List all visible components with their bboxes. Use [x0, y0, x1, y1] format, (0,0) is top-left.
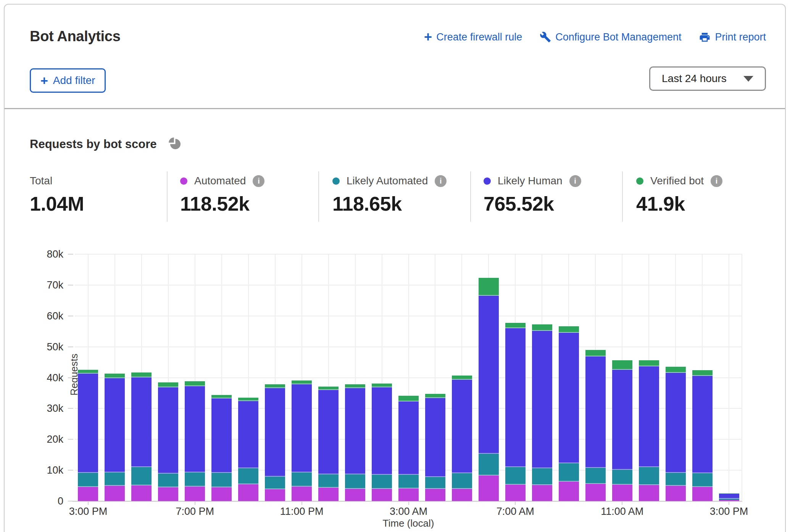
bar-segment-verified-bot[interactable]	[105, 374, 125, 378]
bar-segment-verified-bot[interactable]	[345, 384, 365, 388]
bar-4-00-pm[interactable]	[105, 374, 125, 501]
bar-segment-likely-automated[interactable]	[425, 477, 445, 489]
bar-segment-likely-automated[interactable]	[318, 474, 339, 488]
bar-segment-likely-human[interactable]	[345, 388, 365, 474]
bar-segment-likely-human[interactable]	[238, 401, 258, 468]
bar-segment-automated[interactable]	[292, 487, 312, 501]
bar-segment-automated[interactable]	[372, 489, 392, 501]
info-icon[interactable]: i	[435, 175, 447, 187]
bar-segment-likely-automated[interactable]	[505, 467, 526, 485]
bar-1-00-am[interactable]	[345, 384, 365, 501]
bar-2-00-pm[interactable]	[692, 370, 713, 501]
bar-segment-verified-bot[interactable]	[292, 380, 312, 385]
bar-segment-automated[interactable]	[131, 485, 152, 501]
bar-segment-likely-automated[interactable]	[639, 467, 659, 485]
bar-segment-automated[interactable]	[318, 488, 339, 501]
bar-segment-automated[interactable]	[238, 484, 258, 501]
bar-segment-verified-bot[interactable]	[559, 326, 579, 333]
bar-segment-likely-human[interactable]	[639, 366, 659, 467]
bar-2-00-am[interactable]	[372, 384, 392, 501]
bar-segment-likely-human[interactable]	[372, 387, 392, 475]
bar-segment-verified-bot[interactable]	[78, 370, 98, 374]
bar-segment-likely-automated[interactable]	[211, 473, 232, 487]
bar-segment-likely-human[interactable]	[158, 387, 178, 474]
bar-segment-verified-bot[interactable]	[639, 360, 659, 366]
bar-segment-automated[interactable]	[78, 487, 98, 501]
bar-segment-likely-automated[interactable]	[612, 470, 632, 485]
bar-segment-automated[interactable]	[612, 485, 632, 501]
bar-segment-likely-human[interactable]	[265, 388, 285, 477]
bar-segment-likely-automated[interactable]	[265, 477, 285, 489]
bar-segment-automated[interactable]	[639, 485, 659, 501]
configure-bot-management-link[interactable]: Configure Bot Management	[540, 31, 681, 43]
bar-segment-automated[interactable]	[479, 476, 499, 501]
bar-segment-likely-human[interactable]	[666, 373, 686, 473]
bar-segment-likely-automated[interactable]	[479, 454, 499, 476]
info-icon[interactable]: i	[569, 175, 581, 187]
bar-11-00-am[interactable]	[612, 360, 632, 501]
bar-segment-automated[interactable]	[211, 487, 232, 501]
bar-segment-automated[interactable]	[425, 489, 445, 501]
bar-9-00-am[interactable]	[559, 326, 579, 501]
bar-11-00-pm[interactable]	[292, 380, 312, 501]
bar-segment-likely-human[interactable]	[719, 494, 739, 499]
bar-segment-likely-automated[interactable]	[238, 468, 258, 484]
bar-segment-likely-human[interactable]	[692, 376, 713, 473]
bar-segment-verified-bot[interactable]	[131, 372, 152, 377]
bar-segment-likely-automated[interactable]	[345, 474, 365, 489]
bar-segment-likely-human[interactable]	[185, 386, 205, 472]
bar-9-00-pm[interactable]	[238, 398, 258, 501]
bar-segment-likely-human[interactable]	[292, 384, 312, 472]
bar-segment-verified-bot[interactable]	[505, 323, 526, 329]
bar-segment-automated[interactable]	[105, 486, 125, 501]
bar-segment-automated[interactable]	[532, 485, 552, 501]
bar-10-00-am[interactable]	[585, 350, 606, 501]
info-icon[interactable]: i	[253, 175, 264, 187]
bar-segment-verified-bot[interactable]	[452, 376, 472, 380]
bar-segment-verified-bot[interactable]	[238, 398, 258, 401]
bar-8-00-am[interactable]	[532, 324, 552, 501]
bar-segment-verified-bot[interactable]	[692, 370, 713, 376]
bar-segment-likely-human[interactable]	[105, 378, 125, 472]
bar-segment-likely-human[interactable]	[505, 328, 526, 467]
time-range-select[interactable]: Last 24 hours	[649, 66, 766, 91]
bar-segment-likely-human[interactable]	[559, 333, 579, 463]
bar-segment-verified-bot[interactable]	[479, 278, 499, 296]
bar-segment-likely-automated[interactable]	[398, 475, 419, 488]
bar-segment-verified-bot[interactable]	[265, 384, 285, 388]
bar-segment-likely-human[interactable]	[452, 380, 472, 473]
bar-6-00-am[interactable]	[479, 278, 499, 501]
bar-3-00-pm[interactable]	[78, 369, 98, 501]
bar-4-00-am[interactable]	[425, 394, 445, 501]
bar-segment-automated[interactable]	[666, 486, 686, 501]
bar-3-00-pm[interactable]	[719, 493, 739, 501]
bar-5-00-am[interactable]	[452, 376, 472, 501]
bar-segment-likely-automated[interactable]	[185, 472, 205, 487]
bar-segment-likely-automated[interactable]	[559, 463, 579, 482]
bar-segment-likely-human[interactable]	[211, 398, 232, 473]
bar-segment-automated[interactable]	[585, 484, 606, 501]
print-report-link[interactable]: Print report	[699, 31, 766, 43]
bar-segment-automated[interactable]	[452, 489, 472, 501]
bar-segment-likely-automated[interactable]	[78, 473, 98, 487]
bar-segment-automated[interactable]	[158, 487, 178, 501]
bar-segment-likely-human[interactable]	[585, 356, 606, 468]
bar-segment-automated[interactable]	[559, 482, 579, 501]
bar-segment-likely-automated[interactable]	[585, 468, 606, 484]
bar-segment-automated[interactable]	[185, 487, 205, 501]
bar-segment-likely-automated[interactable]	[372, 475, 392, 488]
bar-3-00-am[interactable]	[398, 396, 419, 501]
bar-segment-likely-automated[interactable]	[532, 468, 552, 485]
bar-segment-automated[interactable]	[505, 485, 526, 501]
bar-segment-automated[interactable]	[398, 488, 419, 501]
bar-segment-verified-bot[interactable]	[211, 395, 232, 398]
bar-segment-automated[interactable]	[719, 500, 739, 501]
bar-7-00-am[interactable]	[505, 323, 526, 501]
add-filter-button[interactable]: + Add filter	[30, 68, 106, 93]
bar-segment-likely-human[interactable]	[479, 296, 499, 454]
bar-segment-likely-automated[interactable]	[292, 472, 312, 487]
bar-segment-verified-bot[interactable]	[372, 384, 392, 388]
bar-12-00-am[interactable]	[318, 387, 339, 501]
bar-segment-likely-automated[interactable]	[692, 473, 713, 487]
bar-segment-verified-bot[interactable]	[532, 324, 552, 331]
